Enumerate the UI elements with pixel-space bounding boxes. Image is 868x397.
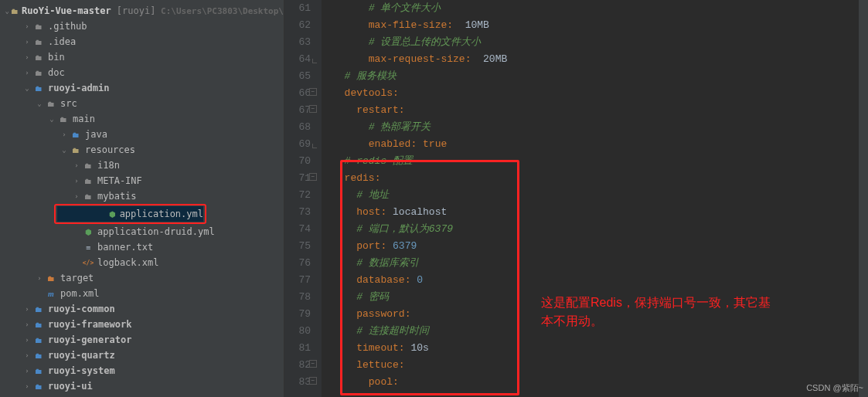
fold-end-icon — [312, 144, 317, 148]
fold-toggle-icon[interactable]: − — [309, 360, 317, 368]
chevron-right-icon[interactable]: › — [73, 161, 80, 169]
code-line[interactable]: # 地址 — [332, 187, 868, 204]
code-line[interactable]: host: localhost — [332, 204, 868, 221]
code-line[interactable]: # 热部署开关 — [332, 119, 868, 136]
chevron-right-icon[interactable]: › — [23, 69, 31, 76]
folder-icon: 🖿 — [32, 67, 45, 78]
fold-toggle-icon[interactable]: − — [309, 88, 317, 96]
chevron-down-icon[interactable]: ⌄ — [36, 100, 43, 107]
chevron-right-icon[interactable]: › — [23, 53, 31, 61]
chevron-right-icon[interactable]: › — [73, 192, 80, 200]
line-number: 69 — [284, 136, 311, 153]
module-folder-icon: 🖿 — [32, 304, 45, 314]
chevron-right-icon[interactable]: › — [23, 336, 31, 344]
folder-icon: 🖿 — [82, 191, 94, 202]
code-line[interactable]: restart: — [332, 102, 868, 119]
tree-item[interactable]: application.yml — [57, 206, 203, 222]
code-line[interactable]: # redis 配置 — [332, 153, 868, 170]
fold-toggle-icon[interactable]: − — [309, 105, 317, 113]
chevron-right-icon[interactable]: › — [23, 367, 31, 375]
tree-item-label: ruoyi-common — [48, 304, 115, 314]
code-line[interactable]: # 数据库索引 — [332, 255, 868, 272]
code-line[interactable]: lettuce: — [332, 357, 868, 374]
tree-item-label: java — [85, 129, 107, 140]
line-number: 79 — [284, 306, 311, 323]
tree-item[interactable]: ›🖿doc — [0, 65, 284, 80]
code-line[interactable]: redis: — [332, 170, 868, 187]
line-number: 62 — [284, 17, 311, 34]
chevron-right-icon[interactable]: › — [73, 177, 80, 185]
vertical-scrollbar[interactable] — [859, 0, 868, 397]
tree-item[interactable]: ›🖿i18n — [0, 158, 284, 173]
selected-file-highlight: application.yml — [54, 204, 206, 224]
chevron-right-icon[interactable]: › — [23, 305, 31, 313]
tree-item[interactable]: mpom.xml — [0, 286, 284, 301]
fold-toggle-icon[interactable]: − — [309, 173, 317, 181]
tree-item[interactable]: ›🖿.idea — [0, 34, 284, 49]
tree-item-label: RuoYi-Vue-master [ruoyi] C:\Users\PC3803… — [22, 5, 284, 16]
tree-item-label: logback.xml — [97, 257, 158, 268]
code-line[interactable]: database: 0 — [332, 272, 868, 289]
chevron-right-icon[interactable]: › — [23, 22, 31, 30]
tree-item[interactable]: ⌄🖿resources — [0, 142, 284, 158]
chevron-right-icon[interactable]: › — [23, 382, 31, 390]
tree-item[interactable]: ⌄🖿RuoYi-Vue-master [ruoyi] C:\Users\PC38… — [0, 3, 284, 19]
project-tree-panel[interactable]: ⌄🖿RuoYi-Vue-master [ruoyi] C:\Users\PC38… — [0, 0, 284, 397]
tree-item[interactable]: ›🖿.github — [0, 19, 284, 34]
tree-item[interactable]: ›🖿sql — [0, 394, 284, 397]
code-line[interactable]: pool: — [332, 374, 868, 391]
tree-item[interactable]: application-druid.yml — [0, 224, 284, 239]
tree-item[interactable]: ›🖿ruoyi-ui — [0, 378, 284, 394]
code-editor[interactable]: 616263646566−67−68697071−727374757677787… — [284, 0, 868, 397]
tree-item[interactable]: ›🖿META-INF — [0, 173, 284, 188]
line-number: 70 — [284, 153, 311, 170]
code-line[interactable]: max-file-size: 10MB — [332, 17, 868, 34]
chevron-right-icon[interactable]: › — [36, 274, 43, 282]
tree-item-label: ruoyi-admin — [48, 83, 109, 93]
code-line[interactable]: # 端口，默认为6379 — [332, 221, 868, 238]
tree-item-label: ruoyi-ui — [48, 381, 93, 392]
tree-item[interactable]: ⌄🖿src — [0, 96, 284, 111]
code-line[interactable]: # 单个文件大小 — [332, 0, 868, 17]
tree-item[interactable]: ›🖿mybatis — [0, 188, 284, 204]
tree-item[interactable]: ›🖿target — [0, 270, 284, 286]
line-number: 74 — [284, 221, 311, 238]
line-number: 71− — [284, 170, 311, 187]
line-number: 72 — [284, 187, 311, 204]
chevron-down-icon[interactable]: ⌄ — [23, 84, 31, 92]
chevron-down-icon[interactable]: ⌄ — [5, 7, 9, 15]
chevron-down-icon[interactable]: ⌄ — [60, 146, 68, 154]
target-folder-icon: 🖿 — [45, 273, 57, 283]
tree-item[interactable]: ⌄🖿ruoyi-admin — [0, 80, 284, 96]
fold-toggle-icon[interactable]: − — [309, 377, 317, 385]
tree-item[interactable]: ›🖿ruoyi-framework — [0, 317, 284, 332]
watermark: CSDN @紫陌~ — [806, 382, 863, 394]
code-line[interactable]: # 服务模块 — [332, 68, 868, 85]
chevron-right-icon[interactable]: › — [23, 321, 31, 328]
tree-item[interactable]: ›🖿bin — [0, 49, 284, 65]
tree-item-label: .github — [48, 21, 87, 32]
tree-item[interactable]: ›🖿ruoyi-system — [0, 363, 284, 378]
code-line[interactable]: devtools: — [332, 85, 868, 102]
code-line[interactable]: # 设置总上传的文件大小 — [332, 34, 868, 51]
code-line[interactable]: port: 6379 — [332, 238, 868, 255]
tree-item[interactable]: </>logback.xml — [0, 255, 284, 270]
chevron-down-icon[interactable]: ⌄ — [48, 115, 56, 123]
tree-item-label: target — [60, 273, 94, 283]
code-line[interactable]: enabled: true — [332, 136, 868, 153]
chevron-right-icon[interactable]: › — [60, 131, 68, 138]
tree-item[interactable]: ≡banner.txt — [0, 239, 284, 255]
tree-item[interactable]: ›🖿ruoyi-quartz — [0, 348, 284, 363]
tree-item[interactable]: ›🖿ruoyi-generator — [0, 332, 284, 348]
tree-item[interactable]: ›🖿ruoyi-common — [0, 301, 284, 317]
code-line[interactable]: timeout: 10s — [332, 340, 868, 357]
chevron-right-icon[interactable]: › — [23, 351, 31, 359]
code-area[interactable]: # 单个文件大小 max-file-size: 10MB # 设置总上传的文件大… — [322, 0, 868, 397]
tree-item[interactable]: ⌄🖿main — [0, 111, 284, 127]
chevron-right-icon[interactable]: › — [23, 38, 31, 46]
tree-item-label: ruoyi-system — [48, 365, 115, 376]
tree-item-label: mybatis — [97, 191, 137, 202]
tree-item[interactable]: ›🖿java — [0, 127, 284, 142]
code-line[interactable]: max-request-size: 20MB — [332, 51, 868, 68]
module-folder-icon: 🖿 — [32, 334, 45, 345]
